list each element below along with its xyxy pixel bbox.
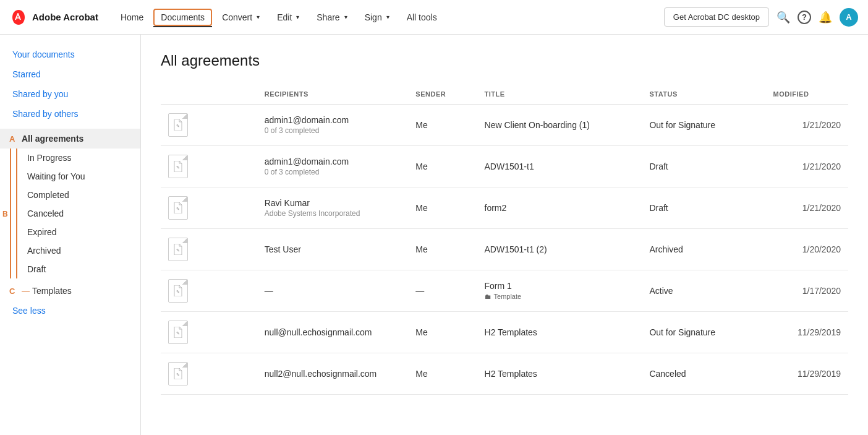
- recipient-name: null@null.echosignmail.com: [265, 327, 401, 337]
- col-header-modified: MODIFIED: [766, 84, 848, 105]
- status-cell: Archived: [642, 229, 765, 270]
- recipient-name: admin1@domain.com: [265, 157, 401, 166]
- sender-cell: Me: [408, 105, 477, 146]
- table-row[interactable]: ✎ admin1@domain.com0 of 3 completedMeADW…: [161, 146, 848, 187]
- recipient-cell: admin1@domain.com0 of 3 completed: [257, 146, 409, 187]
- agreement-title: Form 1: [485, 281, 635, 291]
- doc-icon-svg: ✎: [173, 161, 183, 172]
- col-header-icon: [161, 84, 257, 105]
- doc-icon: ✎: [168, 362, 188, 385]
- sidebar-waiting-for-you[interactable]: Waiting for You: [16, 167, 140, 186]
- acrobat-logo-icon: [10, 9, 27, 26]
- recipient-cell: Ravi KumarAdobe Systems Incorporated: [257, 187, 409, 229]
- recipient-sub: 0 of 3 completed: [265, 126, 401, 135]
- doc-icon: ✎: [168, 238, 188, 261]
- svg-text:✎: ✎: [176, 290, 180, 294]
- sidebar-see-less[interactable]: See less: [0, 301, 140, 321]
- table-row[interactable]: ✎ Test UserMeADW1501-t1 (2)Archived1/20/…: [161, 229, 848, 270]
- title-cell: New Client On-boarding (1): [477, 105, 642, 146]
- recipient-sub: 0 of 3 completed: [265, 168, 401, 176]
- sidebar-templates-section[interactable]: C — Templates: [0, 281, 140, 301]
- table-row[interactable]: ✎ null@null.echosignmail.comMeH2 Templat…: [161, 312, 848, 353]
- svg-text:✎: ✎: [176, 373, 180, 377]
- sidebar-section-b-label: B: [2, 204, 8, 224]
- doc-icon-svg: ✎: [173, 285, 183, 296]
- nav-all-tools[interactable]: All tools: [399, 9, 445, 26]
- nav-share[interactable]: Share ▾: [309, 9, 354, 26]
- svg-text:✎: ✎: [176, 248, 180, 252]
- svg-text:✎: ✎: [176, 124, 180, 128]
- convert-chevron: ▾: [257, 14, 260, 20]
- col-header-title: TITLE: [477, 84, 642, 105]
- nav-convert[interactable]: Convert ▾: [215, 9, 267, 26]
- sidebar-canceled[interactable]: Canceled: [16, 204, 140, 223]
- sidebar-completed[interactable]: Completed: [16, 186, 140, 204]
- sidebar-all-agreements-label: All agreements: [22, 134, 83, 144]
- modified-cell: 11/29/2019: [766, 312, 848, 353]
- sidebar-expired[interactable]: Expired: [16, 223, 140, 241]
- agreement-title: H2 Templates: [485, 369, 635, 379]
- nav-home[interactable]: Home: [113, 9, 151, 26]
- table-row[interactable]: ✎ null2@null.echosignmail.comMeH2 Templa…: [161, 353, 848, 395]
- search-icon[interactable]: 🔍: [777, 11, 790, 24]
- table-row[interactable]: ✎ admin1@domain.com0 of 3 completedMeNew…: [161, 105, 848, 146]
- page-title: All agreements: [161, 52, 848, 69]
- recipient-name: Test User: [265, 244, 401, 254]
- sender-cell: Me: [408, 229, 477, 270]
- sender-cell: Me: [408, 187, 477, 229]
- col-header-recipients: RECIPIENTS: [257, 84, 409, 105]
- agreement-title: ADW1501-t1 (2): [485, 244, 635, 254]
- sidebar-section-b-group: B Canceled Expired Archived Draft: [10, 204, 140, 278]
- doc-icon-svg: ✎: [173, 368, 183, 379]
- title-cell: H2 Templates: [477, 353, 642, 395]
- status-cell: Out for Signature: [642, 312, 765, 353]
- doc-icon-svg: ✎: [173, 119, 183, 131]
- sidebar-draft[interactable]: Draft: [16, 260, 140, 278]
- notifications-icon[interactable]: 🔔: [819, 11, 832, 24]
- sidebar-starred[interactable]: Starred: [0, 64, 140, 84]
- title-cell: H2 Templates: [477, 312, 642, 353]
- get-acrobat-button[interactable]: Get Acrobat DC desktop: [664, 7, 769, 27]
- doc-icon: ✎: [168, 279, 188, 303]
- nav-documents[interactable]: Documents: [153, 9, 212, 26]
- sidebar-archived[interactable]: Archived: [16, 241, 140, 260]
- doc-icon-cell: ✎: [161, 229, 257, 270]
- status-cell: Canceled: [642, 353, 765, 395]
- avatar[interactable]: A: [840, 8, 858, 27]
- table-header: RECIPIENTS SENDER TITLE STATUS MODIFIED: [161, 84, 848, 105]
- doc-icon: ✎: [168, 196, 188, 220]
- table-row[interactable]: ✎ ——Form 1🖿 TemplateActive1/17/2020: [161, 270, 848, 312]
- logo-text: Adobe Acrobat: [32, 12, 98, 22]
- main-content: All agreements RECIPIENTS SENDER TITLE S…: [141, 35, 868, 435]
- svg-text:✎: ✎: [176, 165, 180, 170]
- sidebar-all-agreements[interactable]: A All agreements: [0, 129, 140, 149]
- layout: Your documents Starred Shared by you Sha…: [0, 35, 868, 435]
- logo-area[interactable]: Adobe Acrobat: [10, 9, 98, 26]
- recipient-cell: admin1@domain.com0 of 3 completed: [257, 105, 409, 146]
- status-cell: Active: [642, 270, 765, 312]
- nav-right: Get Acrobat DC desktop 🔍 ? 🔔 A: [664, 7, 858, 27]
- doc-icon-svg: ✎: [173, 327, 183, 338]
- modified-cell: 1/21/2020: [766, 105, 848, 146]
- nav-edit[interactable]: Edit ▾: [270, 9, 307, 26]
- recipient-name: —: [265, 286, 401, 296]
- nav-sign[interactable]: Sign ▾: [357, 9, 397, 26]
- doc-icon: ✎: [168, 321, 188, 344]
- agreement-title: form2: [485, 203, 635, 213]
- table-row[interactable]: ✎ Ravi KumarAdobe Systems IncorporatedMe…: [161, 187, 848, 229]
- agreement-title: New Client On-boarding (1): [485, 120, 635, 130]
- table-body: ✎ admin1@domain.com0 of 3 completedMeNew…: [161, 105, 848, 395]
- help-icon[interactable]: ?: [798, 11, 811, 24]
- sidebar-section-a-letter: A: [9, 134, 19, 144]
- sidebar-shared-by-you[interactable]: Shared by you: [0, 84, 140, 104]
- template-icon: 🖿: [485, 293, 491, 300]
- sidebar-in-progress[interactable]: In Progress: [16, 149, 140, 167]
- sidebar-templates-label: Templates: [32, 286, 72, 296]
- top-nav: Adobe Acrobat Home Documents Convert ▾ E…: [0, 0, 868, 35]
- doc-icon-cell: ✎: [161, 270, 257, 312]
- recipient-cell: null@null.echosignmail.com: [257, 312, 409, 353]
- sidebar-your-documents[interactable]: Your documents: [0, 45, 140, 64]
- recipient-cell: null2@null.echosignmail.com: [257, 353, 409, 395]
- recipient-cell: —: [257, 270, 409, 312]
- sidebar-shared-by-others[interactable]: Shared by others: [0, 104, 140, 124]
